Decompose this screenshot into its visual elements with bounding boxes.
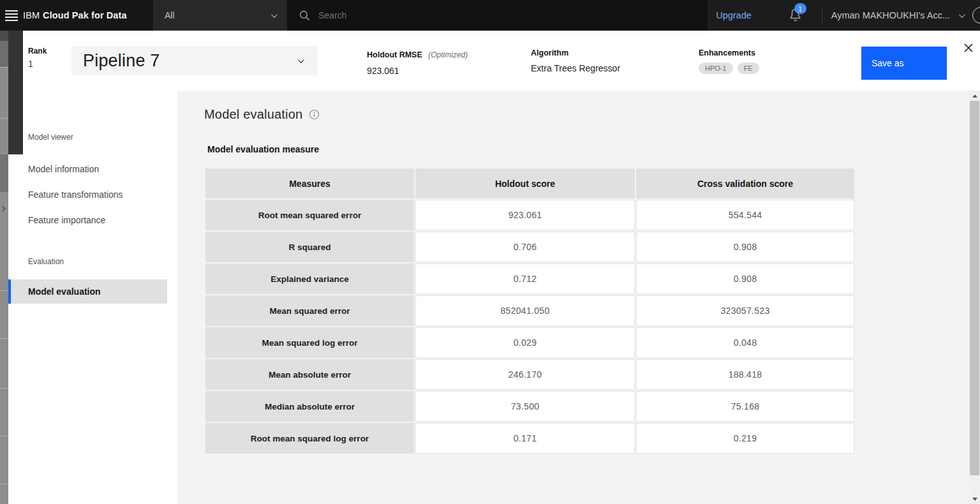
detail-sidebar: Model viewer Model information Feature t…	[8, 91, 177, 504]
enhancements-label: Enhancements	[699, 48, 759, 57]
scrollbar-down-arrow[interactable]	[969, 494, 980, 504]
enhancement-tag-hpo1: HPO-1	[699, 63, 733, 74]
table-row-measure: Mean squared error	[205, 295, 414, 326]
vertical-scrollbar[interactable]	[969, 91, 980, 504]
column-header-measures: Measures	[205, 168, 414, 198]
pipeline-detail-header: Rank 1 Pipeline 7 Holdout RMSE (Optimize…	[8, 31, 980, 91]
rank-label: Rank	[28, 47, 47, 56]
pipeline-selector[interactable]: Pipeline 7	[71, 46, 318, 75]
top-header: IBM Cloud Pak for Data All Upgrade 1 Aym…	[0, 0, 980, 31]
search-input[interactable]	[318, 10, 523, 20]
notifications-button[interactable]: 1	[789, 8, 803, 23]
holdout-optimized-qualifier: (Optimized)	[428, 50, 468, 59]
table-row-measure: Mean absolute error	[205, 359, 414, 390]
account-menu[interactable]: Ayman MAKHOUKHI's Acc...	[831, 10, 950, 20]
table-row-holdout: 0.712	[415, 263, 635, 294]
scope-dropdown-value: All	[165, 10, 175, 20]
table-row-measure: R squared	[205, 232, 414, 262]
table-row-cross: 0.908	[636, 263, 854, 294]
table-row-cross: 0.219	[636, 423, 854, 454]
background-expand-icon	[0, 206, 5, 211]
table-row-cross: 323057.523	[636, 295, 854, 326]
table-row-measure: Median absolute error	[205, 391, 414, 422]
algorithm-value: Extra Trees Regressor	[531, 63, 620, 73]
sidebar-section-evaluation: Evaluation	[28, 257, 64, 266]
table-row-measure: Explained variance	[205, 263, 414, 294]
brand-prefix: IBM	[23, 10, 40, 20]
sidebar-item-model-evaluation[interactable]: Model evaluation	[8, 279, 167, 304]
notification-badge: 1	[794, 3, 806, 14]
scope-dropdown[interactable]: All	[153, 0, 287, 31]
table-row-holdout: 73.500	[415, 391, 635, 422]
table-title: Model evaluation measure	[207, 144, 319, 154]
dimmed-background-panel	[8, 31, 23, 154]
account-chevron-down-icon[interactable]	[959, 11, 965, 18]
sidebar-item-model-information[interactable]: Model information	[28, 164, 99, 174]
page-title: Model evaluation	[204, 107, 302, 122]
brand: IBM Cloud Pak for Data	[23, 0, 153, 31]
table-row-cross: 0.048	[636, 327, 854, 358]
table-row-holdout: 923.061	[415, 200, 635, 230]
table-row-holdout: 246.170	[415, 359, 635, 390]
sidebar-section-model-viewer: Model viewer	[28, 133, 73, 142]
hamburger-icon	[5, 10, 18, 21]
holdout-rmse-label: Holdout RMSE	[367, 50, 422, 59]
rank-value: 1	[28, 59, 47, 69]
table-row-holdout: 0.171	[415, 423, 635, 454]
scrollbar-thumb[interactable]	[970, 101, 979, 475]
enhancement-tag-fe: FE	[738, 63, 759, 74]
save-as-button[interactable]: Save as	[861, 47, 947, 80]
rank-block: Rank 1	[28, 47, 47, 69]
table-row-measure: Mean squared log error	[205, 327, 414, 358]
algorithm-label: Algorithm	[531, 48, 620, 57]
enhancements-block: Enhancements HPO-1 FE	[699, 48, 759, 74]
holdout-rmse-block: Holdout RMSE (Optimized) 923.061	[367, 48, 468, 76]
header-actions: Upgrade 1 Ayman MAKHOUKHI's Acc...	[708, 0, 980, 31]
info-icon[interactable]	[309, 109, 320, 120]
pipeline-chevron-down-icon	[298, 57, 304, 63]
table-row-holdout: 0.706	[415, 232, 635, 262]
pipeline-detail-body: Model viewer Model information Feature t…	[8, 91, 980, 504]
model-evaluation-content: Model evaluation Model evaluation measur…	[177, 91, 980, 504]
table-row-measure: Root mean squared error	[205, 200, 414, 230]
brand-name: Cloud Pak for Data	[43, 10, 127, 20]
table-row-cross: 554.544	[636, 200, 854, 230]
chevron-down-icon	[271, 11, 278, 18]
column-header-cross-validation-score: Cross validation score	[636, 168, 854, 198]
table-row-cross: 75.168	[636, 391, 854, 422]
dimmed-background-page	[0, 31, 8, 504]
algorithm-block: Algorithm Extra Trees Regressor	[531, 48, 620, 73]
upgrade-link[interactable]: Upgrade	[716, 10, 752, 20]
header-divider	[822, 7, 822, 24]
close-icon[interactable]	[962, 41, 975, 54]
avatar[interactable]	[972, 7, 980, 24]
table-row-holdout: 0.029	[415, 327, 635, 358]
table-row-cross: 188.418	[636, 359, 854, 390]
search-icon	[299, 10, 311, 22]
pipeline-selector-value: Pipeline 7	[83, 51, 160, 71]
table-row-cross: 0.908	[636, 232, 854, 262]
model-evaluation-table: Measures Holdout score Cross validation …	[205, 168, 856, 454]
scrollbar-up-arrow[interactable]	[969, 91, 980, 101]
column-header-holdout-score: Holdout score	[415, 168, 635, 198]
hamburger-menu-button[interactable]	[0, 0, 23, 31]
table-row-holdout: 852041.050	[415, 295, 635, 326]
sidebar-item-feature-importance[interactable]: Feature importance	[28, 215, 105, 225]
holdout-rmse-value: 923.061	[367, 66, 468, 76]
sidebar-item-feature-transformations[interactable]: Feature transformations	[28, 189, 123, 200]
global-search	[287, 0, 708, 31]
table-row-measure: Root mean squared log error	[205, 423, 414, 454]
